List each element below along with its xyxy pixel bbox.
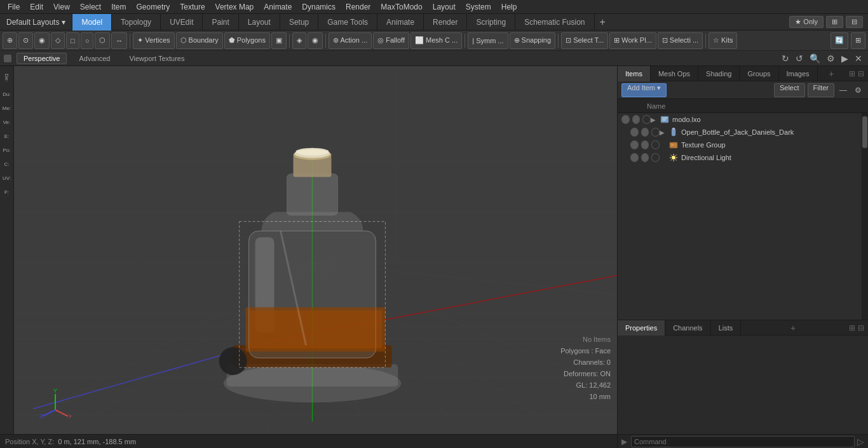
right-panel-expand[interactable]: ⊞ bbox=[849, 69, 855, 78]
select-t-tool[interactable]: ⊡ Select T... bbox=[561, 32, 608, 49]
vp-ctrl-settings[interactable]: ⚙ bbox=[825, 53, 837, 64]
tool-hex[interactable]: ⬡ bbox=[95, 32, 110, 49]
layout-tab-animate[interactable]: Animate bbox=[377, 14, 424, 31]
menu-texture[interactable]: Texture bbox=[175, 0, 210, 14]
prop-tab-lists[interactable]: Lists bbox=[711, 320, 742, 336]
left-tool-c[interactable]: C: bbox=[1, 158, 13, 170]
workplane-tool[interactable]: ⊞ Work Pl... bbox=[609, 32, 656, 49]
toolbar-rotate-btn[interactable]: 🔄 bbox=[831, 32, 848, 49]
command-input[interactable] bbox=[631, 436, 855, 447]
vp-tab-advanced[interactable]: Advanced bbox=[72, 53, 117, 64]
menu-geometry[interactable]: Geometry bbox=[132, 0, 175, 14]
menu-view[interactable]: View bbox=[48, 0, 75, 14]
filter-button[interactable]: Filter bbox=[808, 83, 834, 97]
menu-item[interactable]: Item bbox=[106, 0, 131, 14]
prop-panel-collapse[interactable]: ⊟ bbox=[858, 323, 864, 332]
right-tab-add[interactable]: + bbox=[824, 66, 839, 81]
layout-tab-paint[interactable]: Paint bbox=[203, 14, 238, 31]
kits-tool[interactable]: ☆ Kits bbox=[709, 32, 737, 49]
layout-star-btn[interactable]: ★ Only bbox=[789, 16, 824, 28]
command-run-icon[interactable]: ▷ bbox=[857, 437, 864, 447]
selection-tool[interactable]: ⊡ Selecti ... bbox=[658, 32, 703, 49]
menu-render[interactable]: Render bbox=[341, 0, 376, 14]
item-eye3-bottle[interactable] bbox=[651, 128, 660, 137]
items-settings-icon[interactable]: ⚙ bbox=[852, 86, 864, 95]
left-tool-du[interactable]: Du: bbox=[1, 88, 13, 100]
right-tab-groups[interactable]: Groups bbox=[740, 66, 778, 81]
left-tool-me[interactable]: Me: bbox=[1, 102, 13, 114]
mesh-tool[interactable]: ⬜ Mesh C ... bbox=[410, 32, 462, 49]
item-expand-bottle[interactable]: ▶ bbox=[660, 129, 668, 136]
vp-tab-textures[interactable]: Viewport Textures bbox=[122, 53, 191, 64]
item-row-modo[interactable]: ▶ modo.lxo bbox=[618, 113, 862, 126]
menu-animate[interactable]: Animate bbox=[259, 0, 297, 14]
item-eye-light[interactable] bbox=[630, 153, 639, 162]
viewport[interactable]: No Items Polygons : Face Channels: 0 Def… bbox=[14, 66, 617, 434]
item-eye2-texture[interactable] bbox=[641, 140, 649, 149]
item-eye3-light[interactable] bbox=[651, 153, 660, 162]
item-row-texture[interactable]: Texture Group bbox=[618, 139, 862, 151]
select-b-tool[interactable]: ◉ bbox=[308, 32, 323, 49]
tool-add[interactable]: ⊕ bbox=[3, 32, 17, 49]
left-tool-d[interactable]: De: bbox=[1, 69, 13, 86]
layout-tab-add[interactable]: + bbox=[595, 17, 611, 28]
vertices-tool[interactable]: ✦ Vertices bbox=[133, 32, 174, 49]
vp-tab-perspective[interactable]: Perspective bbox=[17, 53, 67, 64]
tool-flip[interactable]: ↔ bbox=[111, 32, 127, 49]
menu-maxtomodo[interactable]: MaxToModo bbox=[376, 0, 427, 14]
falloff-tool[interactable]: ◎ Falloff bbox=[373, 32, 409, 49]
menu-file[interactable]: File bbox=[3, 0, 25, 14]
vp-ctrl-play[interactable]: ▶ bbox=[839, 53, 850, 64]
layout-tab-scripting[interactable]: Scripting bbox=[467, 14, 515, 31]
left-tool-uv[interactable]: UV: bbox=[1, 172, 13, 184]
right-panel-collapse[interactable]: ⊟ bbox=[858, 69, 864, 78]
vp-ctrl-close[interactable]: ✕ bbox=[853, 53, 864, 64]
viewport-menu-icon[interactable] bbox=[4, 55, 11, 62]
layout-tab-topology[interactable]: Topology bbox=[112, 14, 161, 31]
item-eye2-modo[interactable] bbox=[632, 115, 641, 124]
right-tab-meshops[interactable]: Mesh Ops bbox=[651, 66, 698, 81]
left-tool-e[interactable]: E: bbox=[1, 130, 13, 142]
view-tool[interactable]: ▣ bbox=[271, 32, 287, 49]
prop-tab-add[interactable]: + bbox=[785, 320, 801, 335]
boundary-tool[interactable]: ⬡ Boundary bbox=[176, 32, 223, 49]
left-tool-f[interactable]: F: bbox=[1, 186, 13, 198]
symmetry-tool[interactable]: | Symm ... bbox=[468, 32, 508, 49]
prop-panel-expand[interactable]: ⊞ bbox=[849, 323, 855, 332]
layout-grid-btn[interactable]: ⊞ bbox=[826, 16, 843, 28]
item-eye3-texture[interactable] bbox=[651, 140, 660, 149]
item-eye-texture[interactable] bbox=[630, 140, 639, 149]
tool-diamond[interactable]: ◇ bbox=[51, 32, 65, 49]
layout-tab-schematic[interactable]: Schematic Fusion bbox=[515, 14, 594, 31]
select-button[interactable]: Select bbox=[774, 83, 805, 97]
select-a-tool[interactable]: ◈ bbox=[292, 32, 306, 49]
prop-tab-channels[interactable]: Channels bbox=[665, 320, 710, 336]
items-scroll-handle[interactable] bbox=[862, 116, 867, 148]
add-item-button[interactable]: Add Item ▾ bbox=[621, 83, 667, 97]
tool-circle[interactable]: ◉ bbox=[34, 32, 50, 49]
left-tool-po[interactable]: Po: bbox=[1, 144, 13, 156]
layout-expand-btn[interactable]: ⊟ bbox=[846, 16, 863, 28]
menu-layout[interactable]: Layout bbox=[428, 0, 461, 14]
layout-tab-layout[interactable]: Layout bbox=[239, 14, 280, 31]
polygons-tool[interactable]: ⬟ Polygons bbox=[224, 32, 270, 49]
layouts-dropdown[interactable]: Default Layouts ▾ bbox=[0, 14, 72, 31]
snapping-tool[interactable]: ⊕ Snapping bbox=[510, 32, 556, 49]
items-scrollbar[interactable] bbox=[862, 113, 868, 320]
item-eye2-light[interactable] bbox=[641, 153, 649, 162]
menu-select[interactable]: Select bbox=[75, 0, 106, 14]
layout-tab-setup[interactable]: Setup bbox=[280, 14, 318, 31]
right-tab-shading[interactable]: Shading bbox=[698, 66, 740, 81]
item-eye2-bottle[interactable] bbox=[641, 128, 649, 137]
left-tool-ve[interactable]: Ve: bbox=[1, 116, 13, 128]
menu-edit[interactable]: Edit bbox=[25, 0, 48, 14]
prop-tab-properties[interactable]: Properties bbox=[618, 320, 665, 336]
items-minus-icon[interactable]: — bbox=[837, 86, 850, 95]
layout-tab-model[interactable]: Model bbox=[72, 14, 112, 31]
menu-help[interactable]: Help bbox=[496, 0, 522, 14]
layout-tab-gametools[interactable]: Game Tools bbox=[318, 14, 377, 31]
vp-ctrl-reset[interactable]: ↻ bbox=[780, 53, 791, 64]
item-eye-bottle[interactable] bbox=[630, 128, 639, 137]
action-tool[interactable]: ⊛ Action ... bbox=[329, 32, 372, 49]
tool-orbit[interactable]: ⊙ bbox=[18, 32, 33, 49]
